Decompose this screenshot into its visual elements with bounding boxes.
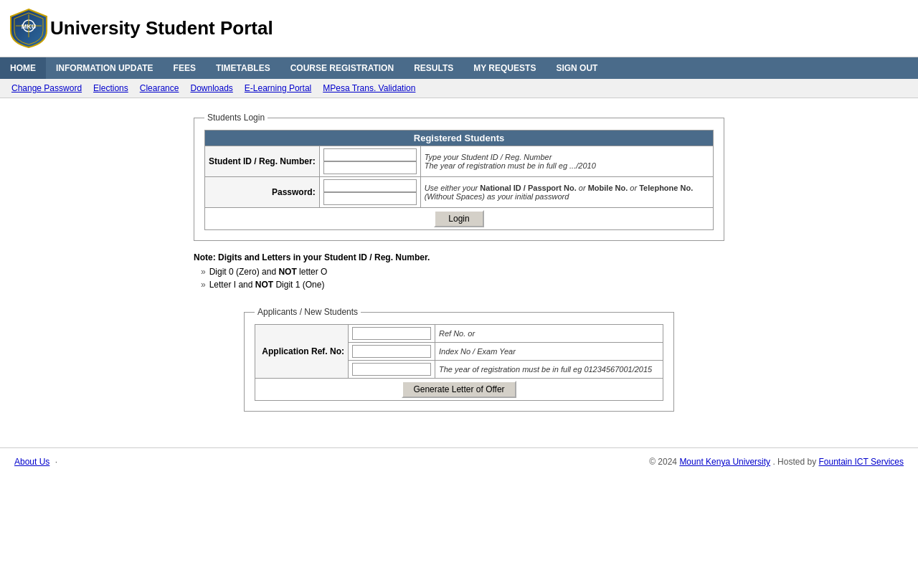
- student-id-input-cell: [319, 146, 420, 177]
- nav-results[interactable]: RESULTS: [404, 57, 463, 79]
- student-id-hint1: Type your Student ID / Reg. Number: [425, 153, 552, 161]
- password-input-cell: [319, 177, 420, 208]
- student-id-input[interactable]: [323, 148, 417, 161]
- login-button[interactable]: Login: [434, 210, 483, 227]
- header: MKU University Student Portal: [0, 0, 918, 57]
- app-ref-input2-cell: [349, 343, 435, 361]
- sub-nav-mpesa[interactable]: MPesa Trans. Validation: [318, 82, 420, 95]
- note2-text: Letter I and NOT Digit 1 (One): [209, 280, 325, 290]
- applicants-legend: Applicants / New Students: [255, 307, 361, 317]
- sub-nav: Change Password Elections Clearance Down…: [0, 79, 918, 98]
- password-hints: Use either your National ID / Passport N…: [420, 177, 713, 208]
- nav-course-reg[interactable]: COURSE REGISTRATION: [280, 57, 404, 79]
- registered-header: Registered Students: [205, 131, 714, 146]
- app-ref-label: Application Ref. No:: [255, 325, 349, 379]
- login-button-cell: Login: [205, 208, 714, 230]
- students-login-legend: Students Login: [204, 113, 268, 123]
- notes-section: Note: Digits and Letters in your Student…: [194, 252, 724, 290]
- sub-nav-downloads[interactable]: Downloads: [186, 82, 237, 95]
- note-item-1: Digit 0 (Zero) and NOT letter O: [201, 267, 724, 277]
- footer-right: © 2024 Mount Kenya University . Hosted b…: [649, 457, 904, 467]
- footer-hosted-text: . Hosted by: [772, 457, 816, 467]
- app-ref-input1-cell: [349, 325, 435, 343]
- sub-nav-elearning[interactable]: E-Learning Portal: [240, 82, 316, 95]
- nav-timetables[interactable]: TIMETABLES: [206, 57, 280, 79]
- note1-text: Digit 0 (Zero) and NOT letter O: [209, 267, 328, 277]
- login-table: Registered Students Student ID / Reg. Nu…: [204, 130, 714, 230]
- app-hint1: Ref No. or: [435, 325, 663, 343]
- notes-title: Note: Digits and Letters in your Student…: [194, 252, 724, 262]
- sub-nav-change-password[interactable]: Change Password: [7, 82, 86, 95]
- generate-offer-button[interactable]: Generate Letter of Offer: [402, 381, 516, 398]
- footer-copyright: © 2024: [649, 457, 677, 467]
- nav-my-requests[interactable]: MY REQUESTS: [463, 57, 546, 79]
- footer: About Us · © 2024 Mount Kenya University…: [0, 447, 918, 475]
- university-logo: MKU: [7, 6, 50, 49]
- student-id-hints: Type your Student ID / Reg. Number The y…: [420, 146, 713, 177]
- password-hint2: (Without Spaces) as your initial passwor…: [425, 192, 569, 201]
- students-login-section: Students Login Registered Students Stude…: [194, 113, 724, 241]
- app-ref-input2[interactable]: [352, 345, 431, 358]
- host-link[interactable]: Fountain ICT Services: [819, 457, 904, 467]
- app-hint2: Index No / Exam Year: [435, 343, 663, 361]
- content: Students Login Registered Students Stude…: [0, 98, 918, 426]
- app-ref-input3[interactable]: [352, 363, 431, 376]
- sub-nav-elections[interactable]: Elections: [89, 82, 133, 95]
- nav-info-update[interactable]: INFORMATION UPDATE: [46, 57, 164, 79]
- sub-nav-clearance[interactable]: Clearance: [136, 82, 184, 95]
- applicants-section: Applicants / New Students Application Re…: [244, 307, 674, 412]
- app-ref-input3-cell: [349, 361, 435, 379]
- svg-text:MKU: MKU: [22, 23, 37, 30]
- app-ref-input1[interactable]: [352, 327, 431, 340]
- app-hint3: The year of registration must be in full…: [435, 361, 663, 379]
- footer-separator: ·: [55, 457, 57, 467]
- student-id-input2[interactable]: [323, 161, 417, 174]
- password-input[interactable]: [323, 179, 417, 192]
- student-id-hint2: The year of registration must be in full…: [425, 161, 596, 170]
- footer-left: About Us ·: [14, 457, 60, 467]
- site-title: University Student Portal: [50, 17, 273, 39]
- student-id-label: Student ID / Reg. Number:: [205, 146, 320, 177]
- nav-sign-out[interactable]: SIGN OUT: [546, 57, 607, 79]
- university-link[interactable]: Mount Kenya University: [679, 457, 770, 467]
- applicants-table: Application Ref. No: Ref No. or Index No…: [255, 324, 663, 401]
- nav-home[interactable]: HOME: [0, 57, 46, 79]
- generate-button-cell: Generate Letter of Offer: [255, 379, 663, 401]
- notes-list: Digit 0 (Zero) and NOT letter O Letter I…: [194, 267, 724, 290]
- password-hint1: Use either your National ID / Passport N…: [425, 184, 694, 192]
- logo-container: MKU: [7, 6, 50, 51]
- nav-fees[interactable]: FEES: [164, 57, 206, 79]
- password-label: Password:: [205, 177, 320, 208]
- main-nav: HOME INFORMATION UPDATE FEES TIMETABLES …: [0, 57, 918, 79]
- password-input2[interactable]: [323, 192, 417, 205]
- about-us-link[interactable]: About Us: [14, 457, 49, 467]
- note-item-2: Letter I and NOT Digit 1 (One): [201, 280, 724, 290]
